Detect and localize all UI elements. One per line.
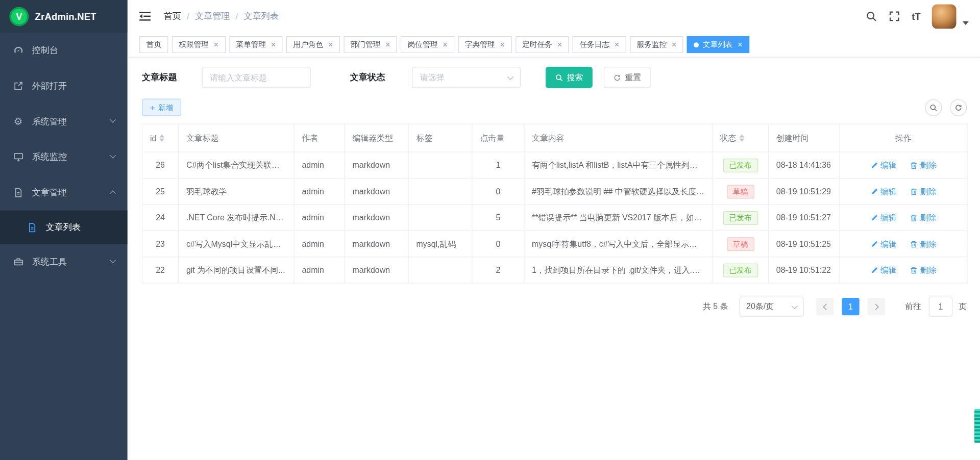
close-icon[interactable]: × (557, 41, 562, 49)
tab-item[interactable]: 定时任务 × (516, 36, 569, 53)
breadcrumb-article-list[interactable]: 文章列表 (243, 11, 279, 22)
cell-status: 已发布 (712, 152, 768, 178)
search-button[interactable]: 搜索 (546, 67, 593, 88)
cell-clicks: 0 (472, 231, 524, 257)
sidebar-item-label: 系统工具 (32, 257, 67, 268)
sort-icon[interactable] (159, 134, 164, 142)
logo-icon: V (9, 7, 29, 26)
delete-button[interactable]: 删除 (910, 186, 936, 197)
col-header-clicks: 点击量 (472, 124, 524, 152)
sidebar-item-system-management[interactable]: ⚙ 系统管理 (0, 104, 128, 139)
sidebar-subitem-article-list[interactable]: 文章列表 (0, 211, 128, 244)
tab-item[interactable]: 权限管理 × (172, 36, 226, 53)
tab-item[interactable]: 部门管理 × (344, 36, 397, 53)
close-icon[interactable]: × (328, 41, 333, 49)
breadcrumb-article-management[interactable]: 文章管理 (195, 11, 230, 22)
article-status-select[interactable]: 请选择 (412, 67, 521, 88)
tab-item[interactable]: 用户角色 × (286, 36, 340, 53)
edit-button[interactable]: 编辑 (870, 265, 896, 276)
page-size-select[interactable]: 20条/页 (740, 297, 804, 317)
close-icon[interactable]: × (500, 41, 505, 49)
article-title-input[interactable] (202, 67, 311, 88)
chevron-up-icon (110, 190, 116, 196)
pencil-icon (870, 162, 878, 169)
sort-icon[interactable] (740, 134, 745, 142)
performance-widget[interactable] (974, 409, 980, 443)
table-row: 22 git 为不同的项目设置不同... admin markdown 2 1，… (142, 257, 967, 283)
close-icon[interactable]: × (738, 41, 742, 49)
close-icon[interactable]: × (672, 41, 676, 49)
delete-button[interactable]: 删除 (910, 212, 936, 223)
tab-item[interactable]: 任务日志 × (573, 36, 626, 53)
avatar[interactable] (932, 4, 957, 29)
close-icon[interactable]: × (214, 41, 218, 49)
sidebar-item-system-monitor[interactable]: 系统监控 (0, 139, 128, 175)
cell-editor: markdown (345, 178, 408, 205)
tab-item-active[interactable]: 文章列表 × (687, 36, 749, 53)
tab-item[interactable]: 首页 (139, 36, 168, 53)
cell-clicks: 0 (472, 178, 524, 205)
delete-button[interactable]: 删除 (910, 265, 936, 276)
chevron-down-icon (792, 302, 798, 309)
font-size-icon[interactable]: tT (912, 10, 920, 22)
refresh-button[interactable] (950, 99, 967, 116)
cell-content: 1，找到项目所在目录下的 .git/文件夹，进入.git/... (524, 257, 713, 283)
table-row: 23 c#写入Mysql中文显示乱码 ... admin markdown my… (142, 231, 967, 257)
cell-title: C#两个list集合实现关联，... (179, 152, 295, 178)
edit-button[interactable]: 编辑 (870, 160, 896, 171)
cell-status: 已发布 (712, 205, 768, 231)
document-icon (12, 187, 23, 198)
sidebar-item-external-open[interactable]: 外部打开 (0, 68, 128, 104)
close-icon[interactable]: × (443, 41, 447, 49)
hamburger-icon[interactable] (139, 10, 151, 22)
add-button[interactable]: + 新增 (142, 98, 181, 116)
col-header-status: 状态 (712, 124, 768, 152)
close-icon[interactable]: × (615, 41, 619, 49)
sidebar-item-system-tools[interactable]: 系统工具 (0, 244, 128, 280)
monitor-icon (12, 151, 23, 163)
close-icon[interactable]: × (385, 41, 390, 49)
prev-page-button[interactable] (816, 298, 834, 315)
col-header-content: 文章内容 (524, 124, 713, 152)
cell-tags (408, 178, 472, 205)
edit-button[interactable]: 编辑 (870, 238, 896, 249)
cell-content: mysql字符集utf8，c#写入中文后，全部显示成? ... (524, 231, 713, 257)
tab-item[interactable]: 字典管理 × (458, 36, 512, 53)
search-icon[interactable] (866, 10, 877, 22)
tab-item[interactable]: 菜单管理 × (229, 36, 283, 53)
goto-page-input[interactable] (929, 297, 953, 317)
filter-bar: 文章标题 文章状态 请选择 搜索 重置 (142, 67, 967, 88)
cell-content: #羽毛球拍参数说明 ## 中管软硬选择以及长度介... (524, 178, 713, 205)
next-page-button[interactable] (868, 298, 885, 315)
sidebar-item-article-management[interactable]: 文章管理 (0, 175, 128, 211)
fullscreen-icon[interactable] (889, 10, 900, 22)
table-toolbar: + 新增 (142, 98, 967, 116)
col-header-tags: 标签 (408, 124, 472, 152)
chevron-down-icon (110, 257, 116, 263)
sidebar-item-dashboard[interactable]: 控制台 (0, 33, 128, 68)
page-number-button[interactable]: 1 (842, 298, 859, 315)
cell-title: .NET Core 发布时提示.NET... (179, 205, 295, 231)
app-logo: V ZrAdmin.NET (0, 0, 128, 33)
caret-down-icon[interactable] (963, 21, 969, 24)
reset-button[interactable]: 重置 (604, 67, 651, 88)
dashboard-icon (12, 45, 23, 56)
main-area: 首页 / 文章管理 / 文章列表 tT 首页 (128, 0, 980, 460)
pagination: 共 5 条 20条/页 1 前往 页 (142, 297, 967, 317)
cell-author: admin (294, 231, 345, 257)
edit-button[interactable]: 编辑 (870, 186, 896, 197)
app-title: ZrAdmin.NET (35, 11, 96, 21)
edit-button[interactable]: 编辑 (870, 212, 896, 223)
tab-item[interactable]: 服务监控 × (630, 36, 683, 53)
delete-button[interactable]: 删除 (910, 160, 936, 171)
toggle-search-button[interactable] (925, 99, 942, 116)
breadcrumb-home[interactable]: 首页 (164, 11, 181, 22)
select-placeholder: 请选择 (420, 72, 445, 83)
article-title-label: 文章标题 (142, 72, 177, 83)
cell-title: git 为不同的项目设置不同... (179, 257, 295, 283)
tab-item[interactable]: 岗位管理 × (401, 36, 454, 53)
close-icon[interactable]: × (271, 41, 276, 49)
cell-author: admin (294, 178, 345, 205)
delete-button[interactable]: 删除 (910, 238, 936, 249)
cell-created: 08-19 10:51:29 (769, 178, 840, 205)
